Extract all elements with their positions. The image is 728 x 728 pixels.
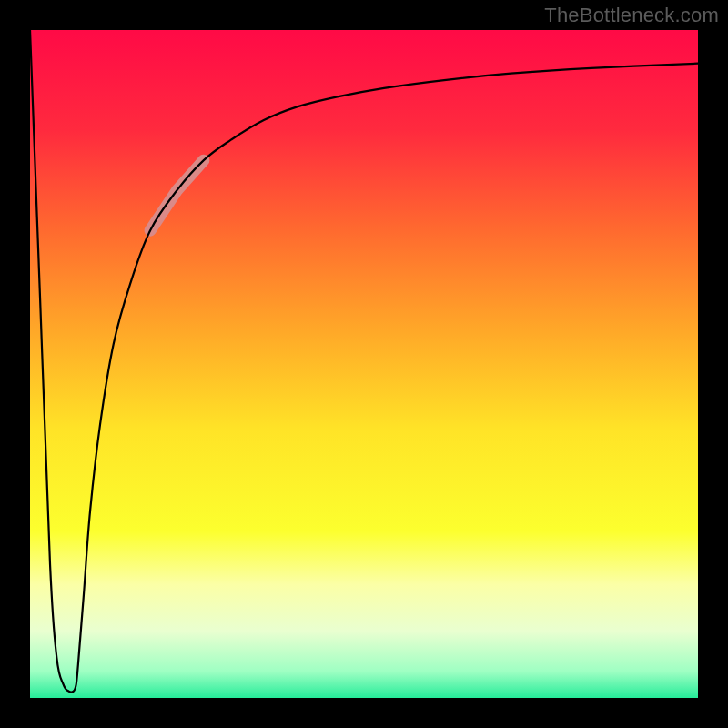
bottleneck-chart — [0, 0, 728, 728]
chart-stage: TheBottleneck.com — [0, 0, 728, 728]
chart-gradient-bg — [30, 30, 698, 698]
watermark-text: TheBottleneck.com — [544, 4, 719, 27]
